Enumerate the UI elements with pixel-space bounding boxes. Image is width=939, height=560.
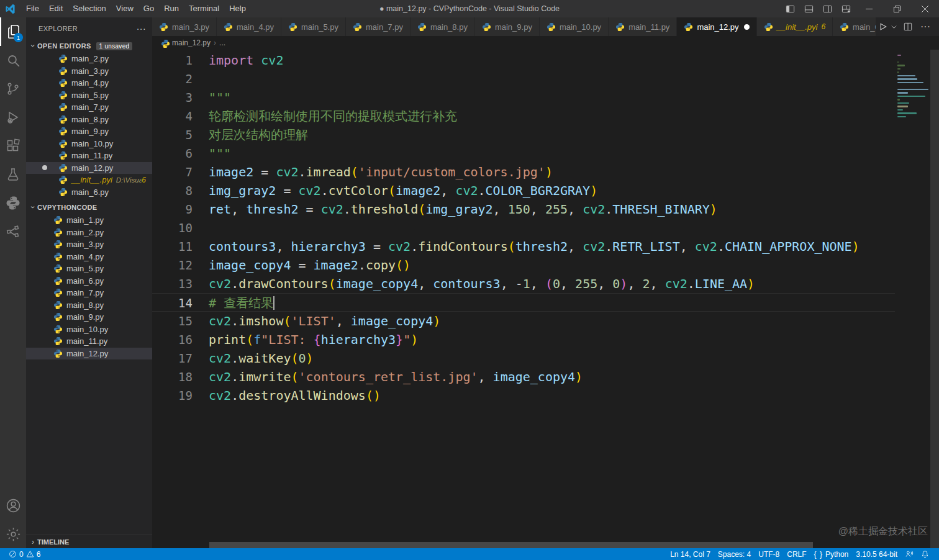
scrollbar-thumb[interactable] bbox=[209, 542, 813, 548]
line-number[interactable]: 15 bbox=[152, 312, 193, 330]
tab-main_6-py[interactable]: main_6.py bbox=[833, 17, 876, 36]
line-number[interactable]: 13 bbox=[152, 274, 193, 293]
account-icon[interactable] bbox=[0, 491, 26, 520]
file-main_4-py[interactable]: main_4.py bbox=[26, 251, 152, 263]
menu-edit[interactable]: Edit bbox=[44, 4, 68, 13]
file-main_5-py[interactable]: main_5.py bbox=[26, 263, 152, 275]
menu-go[interactable]: Go bbox=[138, 4, 159, 13]
run-python-file-button[interactable] bbox=[876, 19, 891, 34]
code-line-14[interactable]: 14# 查看结果 bbox=[152, 293, 895, 312]
search-icon[interactable] bbox=[0, 46, 26, 75]
editor-more-actions-icon[interactable]: ··· bbox=[918, 19, 933, 34]
tab-main_11-py[interactable]: main_11.py bbox=[609, 17, 677, 36]
file-main_12-py[interactable]: main_12.py bbox=[26, 348, 152, 360]
line-number[interactable]: 1 bbox=[152, 51, 193, 70]
tab-main_4-py[interactable]: main_4.py bbox=[217, 17, 281, 36]
menu-view[interactable]: View bbox=[111, 4, 138, 13]
references-icon[interactable] bbox=[0, 217, 26, 246]
open-editor-main_12-py[interactable]: main_12.py bbox=[26, 162, 152, 174]
code-line-8[interactable]: 8img_gray2 = cv2.cvtColor(image2, cv2.CO… bbox=[152, 181, 895, 200]
encoding-setting[interactable]: UTF-8 bbox=[755, 548, 783, 560]
breadcrumb-ellipsis[interactable]: ... bbox=[219, 38, 225, 47]
toggle-secondary-sidebar-icon[interactable] bbox=[818, 0, 837, 17]
tab-main_12-py[interactable]: main_12.py bbox=[677, 17, 756, 36]
breadcrumb[interactable]: main_12.py › ... bbox=[152, 36, 939, 50]
line-number[interactable]: 14 bbox=[152, 294, 193, 311]
code-line-19[interactable]: 19cv2.destroyAllWindows() bbox=[152, 386, 895, 405]
code-editor[interactable]: 1import cv223"""4轮廓检测和绘制使用不同的提取模式进行补充5对层… bbox=[152, 51, 895, 405]
folder-header[interactable]: › CVPYTHONCODE bbox=[26, 201, 152, 214]
line-number[interactable]: 4 bbox=[152, 107, 193, 125]
indentation-setting[interactable]: Spaces: 4 bbox=[714, 548, 755, 560]
modified-dot[interactable] bbox=[744, 24, 750, 30]
line-number[interactable]: 11 bbox=[152, 237, 193, 256]
line-number[interactable]: 17 bbox=[152, 349, 193, 368]
timeline-section[interactable]: › TIMELINE bbox=[26, 535, 152, 548]
open-editors-header[interactable]: › OPEN EDITORS 1 unsaved bbox=[26, 39, 152, 53]
explorer-more-actions-icon[interactable]: ··· bbox=[137, 24, 146, 34]
run-debug-icon[interactable] bbox=[0, 103, 26, 132]
open-editor-main_5-py[interactable]: main_5.py bbox=[26, 89, 152, 102]
open-editor-main_3-py[interactable]: main_3.py bbox=[26, 65, 152, 78]
line-number[interactable]: 16 bbox=[152, 330, 193, 349]
menu-run[interactable]: Run bbox=[159, 4, 184, 13]
code-line-11[interactable]: 11contours3, hierarchy3 = cv2.findContou… bbox=[152, 237, 895, 256]
open-editor-main_9-py[interactable]: main_9.py bbox=[26, 125, 152, 138]
file-main_6-py[interactable]: main_6.py bbox=[26, 275, 152, 287]
code-line-10[interactable]: 10 bbox=[152, 219, 895, 237]
file-main_11-py[interactable]: main_11.py bbox=[26, 335, 152, 348]
python-icon[interactable] bbox=[0, 189, 26, 217]
tab-main_5-py[interactable]: main_5.py bbox=[281, 17, 346, 36]
code-line-7[interactable]: 7image2 = cv2.imread('input/custom_color… bbox=[152, 163, 895, 181]
file-main_1-py[interactable]: main_1.py bbox=[26, 214, 152, 227]
minimize-button[interactable] bbox=[855, 0, 883, 17]
code-line-4[interactable]: 4轮廓检测和绘制使用不同的提取模式进行补充 bbox=[152, 107, 895, 125]
problems-indicator[interactable]: 0 6 bbox=[5, 548, 44, 560]
line-number[interactable]: 3 bbox=[152, 88, 193, 107]
menu-help[interactable]: Help bbox=[224, 4, 251, 13]
minimap[interactable] bbox=[895, 50, 930, 548]
line-number[interactable]: 9 bbox=[152, 200, 193, 219]
line-number[interactable]: 8 bbox=[152, 181, 193, 200]
line-number[interactable]: 6 bbox=[152, 144, 193, 163]
file-main_8-py[interactable]: main_8.py bbox=[26, 299, 152, 312]
feedback-icon[interactable] bbox=[901, 548, 917, 560]
toggle-panel-icon[interactable] bbox=[799, 0, 818, 17]
file-main_7-py[interactable]: main_7.py bbox=[26, 287, 152, 299]
close-window-button[interactable] bbox=[911, 0, 939, 17]
code-line-5[interactable]: 5对层次结构的理解 bbox=[152, 125, 895, 144]
line-number[interactable]: 10 bbox=[152, 219, 193, 237]
horizontal-scrollbar[interactable] bbox=[152, 542, 895, 548]
code-line-2[interactable]: 2 bbox=[152, 70, 895, 88]
tab-main_9-py[interactable]: main_9.py bbox=[475, 17, 540, 36]
extensions-icon[interactable] bbox=[0, 132, 26, 160]
file-main_3-py[interactable]: main_3.py bbox=[26, 238, 152, 251]
line-number[interactable]: 2 bbox=[152, 70, 193, 88]
open-editor-main_11-py[interactable]: main_11.py bbox=[26, 150, 152, 162]
toggle-sidebar-icon[interactable] bbox=[781, 0, 799, 17]
tab-main_10-py[interactable]: main_10.py bbox=[540, 17, 609, 36]
tab-main_8-py[interactable]: main_8.py bbox=[411, 17, 475, 36]
code-line-13[interactable]: 13cv2.drawContours(image_copy4, contours… bbox=[152, 274, 895, 293]
source-control-icon[interactable] bbox=[0, 75, 26, 103]
line-number[interactable]: 7 bbox=[152, 163, 193, 181]
open-editor-__init__-pyi[interactable]: __init__.pyiD:\VisualSt...6 bbox=[26, 174, 152, 186]
menu-file[interactable]: File bbox=[21, 4, 44, 13]
line-number[interactable]: 18 bbox=[152, 368, 193, 386]
python-interpreter[interactable]: 3.10.5 64-bit bbox=[852, 548, 901, 560]
code-line-15[interactable]: 15cv2.imshow('LIST', image_copy4) bbox=[152, 312, 895, 330]
code-line-18[interactable]: 18cv2.imwrite('contours_retr_list.jpg', … bbox=[152, 368, 895, 386]
settings-icon[interactable] bbox=[0, 520, 26, 548]
line-number[interactable]: 12 bbox=[152, 256, 193, 274]
code-line-1[interactable]: 1import cv2 bbox=[152, 51, 895, 70]
testing-icon[interactable] bbox=[0, 160, 26, 189]
menu-selection[interactable]: Selection bbox=[68, 4, 111, 13]
code-line-3[interactable]: 3""" bbox=[152, 88, 895, 107]
language-mode[interactable]: { } Python bbox=[810, 548, 853, 560]
restore-button[interactable] bbox=[883, 0, 911, 17]
code-line-16[interactable]: 16print(f"LIST: {hierarchy3}") bbox=[152, 330, 895, 349]
open-editor-main_7-py[interactable]: main_7.py bbox=[26, 101, 152, 114]
open-editor-main_6-py[interactable]: main_6.py bbox=[26, 186, 152, 199]
open-editor-main_4-py[interactable]: main_4.py bbox=[26, 77, 152, 89]
customize-layout-icon[interactable] bbox=[837, 0, 855, 17]
